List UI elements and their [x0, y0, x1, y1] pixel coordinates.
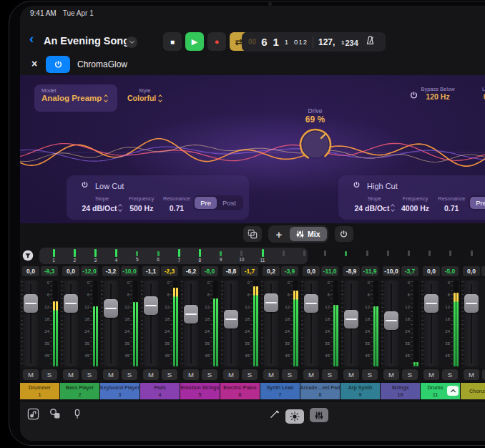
- fader-handle[interactable]: [224, 310, 238, 328]
- pre-button[interactable]: Pre: [195, 197, 217, 209]
- track-activity-slot[interactable]: 10: [232, 248, 252, 262]
- mute-button[interactable]: M: [23, 369, 39, 380]
- peak-value[interactable]: -11,9: [361, 266, 378, 276]
- fader-handle[interactable]: [64, 294, 78, 313]
- peak-value[interactable]: -10,0: [121, 266, 138, 276]
- close-icon[interactable]: ×: [31, 58, 37, 69]
- fader-value[interactable]: 0,0: [463, 266, 480, 276]
- track-activity-slot[interactable]: 6: [148, 248, 168, 262]
- track-name-block[interactable]: Drums11: [421, 383, 460, 399]
- solo-button[interactable]: S: [282, 369, 298, 380]
- loops-browser-button[interactable]: [26, 407, 40, 420]
- peak-value[interactable]: -11,0: [321, 266, 338, 276]
- track-name-block[interactable]: Emotion Strings5: [180, 383, 220, 399]
- fader-handle[interactable]: [384, 311, 398, 330]
- track-activity-slot[interactable]: 8: [190, 248, 210, 263]
- level-control[interactable]: Level 0.0: [472, 86, 485, 101]
- jack-button[interactable]: [70, 407, 84, 420]
- solo-button[interactable]: S: [202, 369, 217, 380]
- track-name-block[interactable]: Synth Lead7: [260, 383, 300, 399]
- peak-value[interactable]: -1,7: [241, 266, 258, 276]
- high-cut-slope[interactable]: Slope 24 dB/Oct: [353, 195, 396, 213]
- fader-value[interactable]: -8,9: [343, 266, 360, 276]
- bypass-below-control[interactable]: Bypass Below 120 Hz: [419, 86, 456, 101]
- track-name-block[interactable]: Electric Piano6: [220, 383, 260, 399]
- fader-handle[interactable]: [144, 296, 158, 315]
- drive-control[interactable]: Drive 69 %: [274, 107, 356, 165]
- fader-value[interactable]: -8,8: [222, 266, 240, 276]
- track-activity-slot[interactable]: 11: [253, 248, 273, 263]
- track-activity-slot[interactable]: 7: [169, 248, 189, 263]
- pre-button[interactable]: Pre: [470, 197, 485, 209]
- model-selector[interactable]: Model Analog Preamp: [34, 84, 117, 112]
- fader-value[interactable]: 0,0: [423, 266, 440, 276]
- mute-button[interactable]: M: [303, 369, 319, 380]
- peak-value[interactable]: -2,3: [161, 266, 178, 276]
- fader-value[interactable]: -6,2: [182, 266, 200, 276]
- solo-button[interactable]: S: [322, 369, 338, 380]
- bypass-power-button[interactable]: [409, 90, 418, 103]
- fader-value[interactable]: 0,0: [62, 266, 79, 276]
- peak-value[interactable]: -12,0: [81, 266, 98, 276]
- solo-button[interactable]: S: [442, 369, 458, 380]
- track-name-block[interactable]: Pads4: [140, 383, 180, 399]
- solo-button[interactable]: S: [362, 369, 378, 380]
- fader-value[interactable]: 0,0: [303, 266, 320, 276]
- high-cut-frequency[interactable]: Frequency 4000 Hz: [396, 195, 434, 213]
- solo-button[interactable]: S: [162, 369, 177, 380]
- track-name-block[interactable]: Keyboard Player3: [100, 383, 139, 399]
- track-name-block[interactable]: Drummer1: [20, 383, 59, 399]
- fader-handle[interactable]: [464, 294, 479, 313]
- fader-handle[interactable]: [104, 299, 118, 318]
- mute-button[interactable]: M: [263, 369, 279, 380]
- record-button[interactable]: ●: [207, 32, 226, 51]
- fader-handle[interactable]: [264, 293, 278, 312]
- peak-value[interactable]: -8,0: [201, 266, 218, 276]
- post-button[interactable]: Post: [217, 197, 242, 209]
- low-cut-slope[interactable]: Slope 24 dB/Oct: [81, 195, 123, 213]
- mute-button[interactable]: M: [103, 369, 119, 380]
- back-icon[interactable]: ‹: [29, 31, 34, 45]
- fader-handle[interactable]: [24, 294, 38, 313]
- fader-handle[interactable]: [344, 310, 358, 328]
- metronome-button[interactable]: [365, 35, 376, 49]
- track-name-block[interactable]: Arcade…eet Pad8: [300, 383, 340, 399]
- solo-button[interactable]: S: [41, 369, 57, 380]
- track-activity-slot[interactable]: 4: [107, 248, 127, 263]
- style-selector[interactable]: Style Colorful: [127, 87, 162, 102]
- drive-knob[interactable]: [298, 127, 333, 162]
- collapse-mixer-button[interactable]: [447, 386, 459, 396]
- peak-value[interactable]: -3,7: [401, 266, 418, 276]
- fader-value[interactable]: -1,1: [142, 266, 160, 276]
- high-cut-resonance[interactable]: Resonance 0.71: [434, 195, 469, 213]
- high-cut-power-button[interactable]: [353, 181, 361, 190]
- controls-view-button[interactable]: [285, 409, 304, 424]
- play-button[interactable]: ▶: [185, 32, 204, 51]
- mix-button[interactable]: Mix: [290, 227, 327, 241]
- fader-handle[interactable]: [184, 305, 198, 323]
- low-cut-power-button[interactable]: [81, 181, 89, 190]
- mixer-view-button[interactable]: [310, 408, 328, 422]
- track-activity-slot[interactable]: 9: [211, 248, 231, 262]
- mixer-power-button[interactable]: [335, 226, 353, 242]
- track-name-block[interactable]: Arp Synth9: [341, 383, 380, 399]
- solo-button[interactable]: S: [82, 369, 97, 380]
- add-button[interactable]: +: [270, 227, 288, 241]
- filter-icon[interactable]: [22, 250, 34, 264]
- solo-button[interactable]: S: [402, 369, 418, 380]
- plugin-power-button[interactable]: [46, 56, 70, 73]
- fader-handle[interactable]: [424, 294, 439, 313]
- song-title[interactable]: An Evening Song: [44, 35, 129, 47]
- count-in-button[interactable]: 1234: [341, 36, 358, 49]
- song-disclosure-button[interactable]: [126, 36, 137, 48]
- patches-button[interactable]: [48, 407, 62, 420]
- mute-button[interactable]: M: [464, 369, 479, 380]
- track-activity-slot[interactable]: 2: [64, 248, 84, 263]
- solo-button[interactable]: S: [122, 369, 137, 380]
- solo-button[interactable]: S: [242, 369, 258, 380]
- mute-button[interactable]: M: [63, 369, 79, 380]
- mute-button[interactable]: M: [423, 369, 439, 380]
- track-name-block[interactable]: Bass Player2: [60, 383, 99, 399]
- track-activity-slot[interactable]: 3: [85, 248, 105, 263]
- fader-value[interactable]: -10,0: [383, 266, 400, 276]
